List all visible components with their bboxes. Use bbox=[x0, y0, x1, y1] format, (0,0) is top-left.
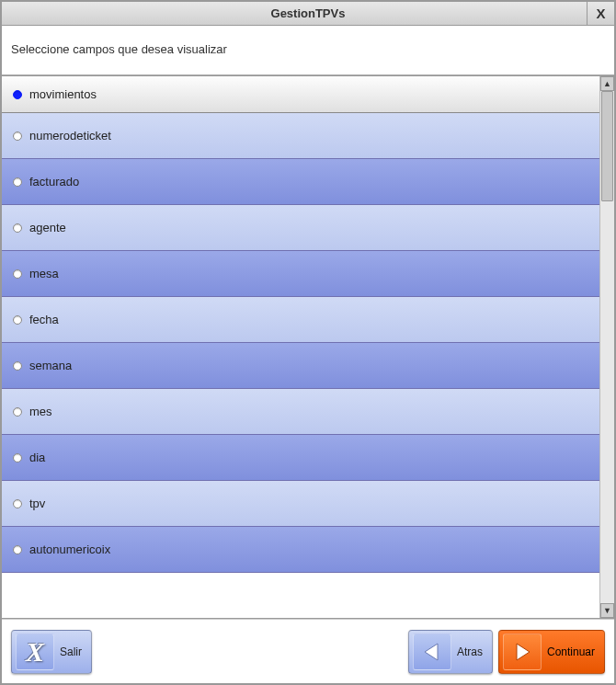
svg-marker-1 bbox=[517, 644, 530, 660]
titlebar: GestionTPVs X bbox=[2, 2, 614, 26]
radio-icon[interactable] bbox=[13, 315, 22, 325]
instruction-text: Seleccione campos que desea visualizar bbox=[2, 26, 614, 75]
field-label: fecha bbox=[29, 313, 59, 326]
back-button[interactable]: Atras bbox=[408, 630, 493, 674]
arrow-right-icon bbox=[503, 634, 542, 670]
scroll-down-button[interactable]: ▼ bbox=[600, 603, 614, 618]
field-label: agente bbox=[29, 221, 66, 234]
close-button[interactable]: X bbox=[587, 2, 614, 25]
exit-button[interactable]: X Salir bbox=[11, 630, 92, 674]
radio-icon[interactable] bbox=[13, 269, 22, 279]
svg-marker-0 bbox=[425, 644, 438, 660]
radio-icon[interactable] bbox=[13, 177, 22, 187]
field-label: semana bbox=[29, 359, 72, 372]
continue-button[interactable]: Continuar bbox=[498, 630, 605, 674]
field-label: tpv bbox=[29, 497, 45, 510]
field-row[interactable]: mes bbox=[2, 389, 599, 435]
field-row[interactable]: autonumericoix bbox=[2, 527, 599, 573]
arrow-left-icon bbox=[413, 634, 451, 670]
x-icon: X bbox=[16, 634, 54, 670]
radio-icon[interactable] bbox=[13, 453, 22, 462]
radio-icon[interactable] bbox=[13, 223, 22, 233]
radio-icon[interactable] bbox=[13, 90, 22, 99]
field-label: facturado bbox=[29, 175, 79, 188]
radio-icon[interactable] bbox=[13, 131, 22, 141]
radio-icon[interactable] bbox=[13, 361, 22, 371]
field-row[interactable]: tpv bbox=[2, 481, 599, 527]
scroll-up-button[interactable]: ▲ bbox=[600, 76, 614, 91]
field-label: autonumericoix bbox=[29, 542, 110, 556]
exit-button-label: Salir bbox=[60, 645, 82, 658]
field-list[interactable]: movimientosnumerodeticketfacturadoagente… bbox=[2, 76, 599, 618]
field-row[interactable]: agente bbox=[2, 205, 599, 251]
back-button-label: Atras bbox=[457, 645, 483, 658]
field-row[interactable]: semana bbox=[2, 343, 599, 389]
field-list-container: movimientosnumerodeticketfacturadoagente… bbox=[2, 75, 614, 619]
field-label: mesa bbox=[29, 267, 59, 280]
field-label: dia bbox=[29, 451, 45, 464]
continue-button-label: Continuar bbox=[547, 645, 595, 658]
window-title: GestionTPVs bbox=[271, 6, 346, 20]
radio-icon[interactable] bbox=[13, 407, 22, 417]
radio-icon[interactable] bbox=[13, 499, 22, 508]
field-row[interactable]: fecha bbox=[2, 297, 599, 343]
footer: X Salir Atras Continuar bbox=[2, 619, 614, 683]
field-label: movimientos bbox=[29, 87, 97, 101]
scroll-thumb[interactable] bbox=[601, 91, 613, 201]
field-row[interactable]: facturado bbox=[2, 159, 599, 205]
field-row[interactable]: numerodeticket bbox=[2, 113, 599, 159]
app-window: GestionTPVs X Seleccione campos que dese… bbox=[0, 0, 616, 685]
scrollbar[interactable]: ▲ ▼ bbox=[599, 76, 614, 618]
field-row[interactable]: dia bbox=[2, 435, 599, 481]
field-row[interactable]: mesa bbox=[2, 251, 599, 297]
field-label: mes bbox=[29, 405, 52, 418]
field-row[interactable]: movimientos bbox=[2, 76, 599, 113]
field-label: numerodeticket bbox=[29, 129, 111, 143]
radio-icon[interactable] bbox=[13, 545, 22, 554]
